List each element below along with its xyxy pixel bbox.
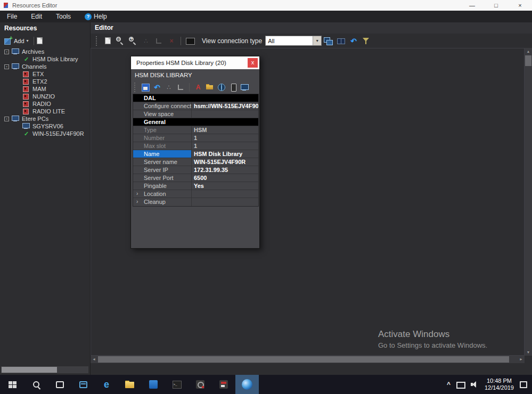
action-center-icon[interactable] bbox=[520, 381, 527, 388]
collapse-icon[interactable]: - bbox=[4, 64, 9, 69]
undo-icon[interactable]: ↶ bbox=[348, 36, 359, 46]
property-row-pingable[interactable]: Pingable Yes bbox=[133, 182, 258, 190]
tree-item-channels[interactable]: - Channels bbox=[0, 63, 89, 70]
menu-edit[interactable]: Edit bbox=[24, 13, 49, 20]
resources-hscrollbar[interactable] bbox=[1, 366, 88, 373]
category-row-dal[interactable]: DAL bbox=[133, 94, 258, 102]
property-row-server-port[interactable]: Server Port 6500 bbox=[133, 174, 258, 182]
taskbar-app-blue[interactable] bbox=[142, 375, 165, 394]
vertical-scrollbar[interactable]: ▲ ▼ bbox=[525, 48, 532, 356]
property-row-server-name[interactable]: Server name WIN-515EJV4F90R bbox=[133, 158, 258, 166]
tree-item-archives[interactable]: - Archives bbox=[0, 48, 89, 55]
property-row-location[interactable]: › Location bbox=[133, 190, 258, 198]
maximize-button[interactable]: □ bbox=[484, 0, 508, 11]
tree-item-etx2[interactable]: ETX2 bbox=[0, 78, 89, 85]
expand-arrow-icon[interactable]: › bbox=[136, 190, 138, 198]
scroll-left-icon[interactable]: ◄ bbox=[91, 356, 97, 363]
taskbar-app-console[interactable]: >_ bbox=[165, 375, 189, 394]
dialog-titlebar[interactable]: Properties HSM Disk Library (20) x bbox=[131, 56, 259, 69]
taskbar-search-button[interactable] bbox=[24, 375, 48, 394]
folder-edit-icon[interactable] bbox=[205, 83, 215, 92]
taskbar-app-media[interactable] bbox=[71, 375, 95, 394]
globe-icon[interactable] bbox=[217, 83, 226, 92]
clock-date: 12/14/2019 bbox=[485, 384, 514, 391]
view-connection-select[interactable]: All ▼ bbox=[265, 36, 322, 46]
taskbar-app-gear[interactable] bbox=[189, 375, 212, 394]
connector-icon[interactable] bbox=[176, 83, 185, 92]
minimize-button[interactable]: — bbox=[460, 0, 484, 11]
scroll-down-icon[interactable]: ▼ bbox=[525, 349, 532, 356]
property-value[interactable]: hsm://WIN-515EJV4F90 bbox=[192, 102, 258, 110]
collapse-icon[interactable]: - bbox=[4, 117, 9, 121]
connection-nodes-icon[interactable]: ∴ bbox=[164, 83, 174, 92]
close-button[interactable]: × bbox=[508, 0, 532, 11]
expand-arrow-icon[interactable]: › bbox=[136, 198, 138, 206]
zoom-in-icon[interactable]: + bbox=[128, 36, 138, 46]
property-row-configure-connection[interactable]: Configure connectio hsm://WIN-515EJV4F90 bbox=[133, 102, 258, 110]
dialog-close-button[interactable]: x bbox=[248, 58, 258, 68]
category-row-general[interactable]: General bbox=[133, 118, 258, 126]
menu-help[interactable]: ? Help bbox=[78, 13, 114, 20]
network-icon[interactable] bbox=[456, 381, 464, 388]
align-nodes-icon: ∴ bbox=[141, 36, 151, 46]
tray-chevron-icon[interactable]: ^ bbox=[447, 381, 451, 388]
menu-file[interactable]: File bbox=[0, 13, 24, 20]
property-value[interactable]: 6500 bbox=[192, 174, 258, 182]
save-icon[interactable] bbox=[141, 83, 150, 92]
tree-item-win-515ejv4f90r[interactable]: ✓ WIN-515EJV4F90R bbox=[0, 130, 89, 137]
connections-icon[interactable] bbox=[323, 36, 333, 46]
property-row-cleanup[interactable]: › Cleanup bbox=[133, 198, 258, 206]
zoom-out-icon[interactable]: − bbox=[115, 36, 126, 46]
property-value[interactable]: Yes bbox=[192, 182, 258, 190]
tree-item-etere-pcs[interactable]: - Etere PCs bbox=[0, 115, 89, 122]
taskbar-app-edge[interactable]: e bbox=[95, 375, 118, 394]
mobile-icon[interactable] bbox=[228, 83, 238, 92]
resources-hscrollbar-thumb[interactable] bbox=[2, 367, 57, 373]
add-dropdown-icon[interactable]: ▾ bbox=[27, 38, 29, 43]
display-icon[interactable] bbox=[185, 36, 195, 46]
menu-tools[interactable]: Tools bbox=[49, 13, 78, 20]
vertical-scrollbar-thumb[interactable] bbox=[525, 55, 531, 66]
properties-doc-icon[interactable] bbox=[37, 37, 43, 44]
taskbar-clock[interactable]: 10:48 PM 12/14/2019 bbox=[485, 377, 514, 391]
toolbar-grip[interactable] bbox=[134, 83, 136, 92]
tree-item-radio-lite[interactable]: RADIO LITE bbox=[0, 108, 89, 115]
task-view-button[interactable] bbox=[48, 375, 71, 394]
scroll-right-icon[interactable]: ► bbox=[518, 356, 525, 363]
horizontal-scrollbar-thumb[interactable] bbox=[98, 356, 509, 363]
dropdown-arrow-icon[interactable]: ▼ bbox=[313, 36, 321, 45]
tree-item-etx[interactable]: ETX bbox=[0, 70, 89, 78]
font-icon[interactable]: A bbox=[193, 83, 203, 92]
property-value[interactable]: HSM Disk Library bbox=[192, 150, 258, 158]
add-button[interactable]: Add ▾ bbox=[2, 36, 31, 46]
property-value[interactable]: WIN-515EJV4F90R bbox=[192, 158, 258, 166]
property-value[interactable] bbox=[192, 110, 258, 118]
collapse-icon[interactable]: - bbox=[4, 50, 9, 54]
monitor-export-icon[interactable] bbox=[240, 83, 250, 92]
scroll-up-icon[interactable]: ▲ bbox=[525, 48, 532, 55]
tree-item-nunzio[interactable]: NUNZIO bbox=[0, 93, 89, 100]
tree-item-sgysrv06[interactable]: SGYSRV06 bbox=[0, 122, 89, 130]
console-icon: >_ bbox=[173, 381, 182, 389]
property-value[interactable] bbox=[192, 190, 258, 198]
find-icon[interactable] bbox=[335, 36, 346, 46]
editor-title: Editor bbox=[91, 22, 118, 33]
property-row-view-space[interactable]: View space bbox=[133, 110, 258, 118]
tree-item-hsm-disk-library[interactable]: ✓ HSM Disk Library bbox=[0, 55, 89, 63]
property-row-name[interactable]: Name HSM Disk Library bbox=[133, 150, 258, 158]
property-value[interactable] bbox=[192, 198, 258, 206]
volume-icon[interactable] bbox=[470, 380, 479, 389]
taskbar-app-file-explorer[interactable] bbox=[118, 375, 142, 394]
undo-icon[interactable]: ↶ bbox=[152, 83, 162, 92]
property-value[interactable]: 172.31.99.35 bbox=[192, 166, 258, 174]
toolbar-grip[interactable] bbox=[96, 36, 98, 46]
tree-item-radio[interactable]: RADIO bbox=[0, 100, 89, 108]
start-button[interactable] bbox=[0, 375, 24, 394]
document-icon[interactable] bbox=[102, 36, 113, 46]
taskbar-app-etere-active[interactable] bbox=[235, 375, 259, 394]
tree-item-mam[interactable]: MAM bbox=[0, 85, 89, 93]
property-row-server-ip[interactable]: Server IP 172.31.99.35 bbox=[133, 166, 258, 174]
filter-icon[interactable] bbox=[361, 36, 372, 46]
horizontal-scrollbar[interactable]: ◄ ► bbox=[91, 356, 525, 363]
taskbar-app-red[interactable] bbox=[212, 375, 235, 394]
